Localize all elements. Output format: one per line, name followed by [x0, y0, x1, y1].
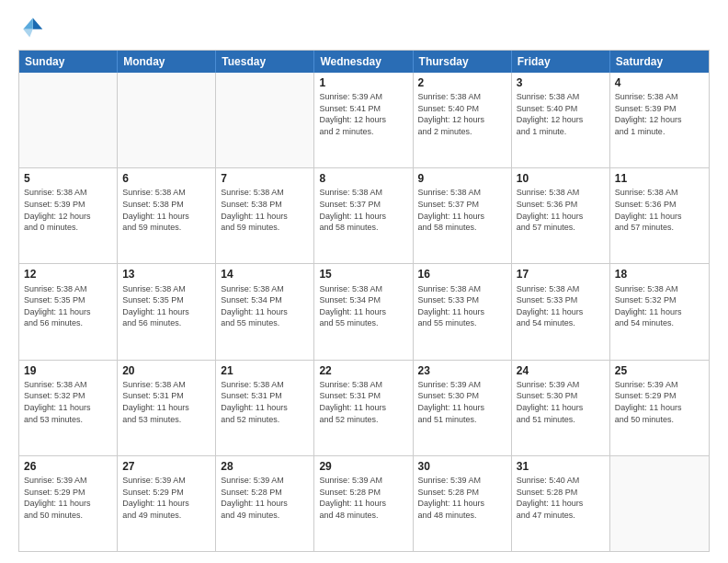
calendar-cell: 30Sunrise: 5:39 AMSunset: 5:28 PMDayligh…: [414, 456, 512, 551]
calendar-cell: 6Sunrise: 5:38 AMSunset: 5:38 PMDaylight…: [118, 168, 216, 263]
day-info: Sunrise: 5:38 AMSunset: 5:31 PMDaylight:…: [122, 379, 210, 425]
calendar-cell: 20Sunrise: 5:38 AMSunset: 5:31 PMDayligh…: [118, 361, 216, 455]
day-info: Sunrise: 5:39 AMSunset: 5:28 PMDaylight:…: [221, 475, 309, 521]
day-info: Sunrise: 5:38 AMSunset: 5:35 PMDaylight:…: [24, 283, 112, 329]
calendar-cell: 28Sunrise: 5:39 AMSunset: 5:28 PMDayligh…: [216, 456, 314, 551]
day-number: 4: [615, 75, 704, 90]
calendar: SundayMondayTuesdayWednesdayThursdayFrid…: [18, 50, 710, 552]
day-info: Sunrise: 5:38 AMSunset: 5:35 PMDaylight:…: [122, 283, 210, 329]
weekday-header: Thursday: [414, 51, 512, 73]
calendar-cell: 27Sunrise: 5:39 AMSunset: 5:29 PMDayligh…: [118, 456, 216, 551]
day-info: Sunrise: 5:39 AMSunset: 5:41 PMDaylight:…: [319, 91, 407, 137]
day-number: 30: [418, 459, 506, 474]
calendar-cell: 3Sunrise: 5:38 AMSunset: 5:40 PMDaylight…: [512, 73, 610, 167]
day-info: Sunrise: 5:39 AMSunset: 5:30 PMDaylight:…: [517, 379, 605, 425]
calendar-cell: 13Sunrise: 5:38 AMSunset: 5:35 PMDayligh…: [118, 264, 216, 359]
day-info: Sunrise: 5:38 AMSunset: 5:36 PMDaylight:…: [615, 187, 704, 233]
day-number: 15: [319, 267, 407, 282]
calendar-cell: 16Sunrise: 5:38 AMSunset: 5:33 PMDayligh…: [414, 264, 512, 359]
day-number: 22: [319, 363, 407, 378]
calendar-row: 12Sunrise: 5:38 AMSunset: 5:35 PMDayligh…: [19, 263, 709, 359]
calendar-cell: 9Sunrise: 5:38 AMSunset: 5:37 PMDaylight…: [414, 168, 512, 263]
calendar-header: SundayMondayTuesdayWednesdayThursdayFrid…: [19, 51, 709, 73]
day-info: Sunrise: 5:38 AMSunset: 5:33 PMDaylight:…: [517, 283, 605, 329]
day-number: 16: [418, 267, 506, 282]
day-number: 19: [24, 363, 112, 378]
weekday-header: Monday: [118, 51, 216, 73]
day-info: Sunrise: 5:39 AMSunset: 5:30 PMDaylight:…: [418, 379, 506, 425]
day-info: Sunrise: 5:38 AMSunset: 5:31 PMDaylight:…: [221, 379, 309, 425]
svg-marker-0: [33, 18, 43, 29]
calendar-cell: 24Sunrise: 5:39 AMSunset: 5:30 PMDayligh…: [512, 361, 610, 455]
day-number: 10: [517, 171, 605, 186]
day-info: Sunrise: 5:38 AMSunset: 5:40 PMDaylight:…: [517, 91, 605, 137]
day-info: Sunrise: 5:38 AMSunset: 5:38 PMDaylight:…: [221, 187, 309, 233]
day-number: 12: [24, 267, 112, 282]
logo: [18, 15, 48, 40]
weekday-header: Saturday: [610, 51, 709, 73]
calendar-cell: 26Sunrise: 5:39 AMSunset: 5:29 PMDayligh…: [19, 456, 118, 551]
day-number: 20: [122, 363, 210, 378]
day-number: 18: [615, 267, 704, 282]
weekday-header: Friday: [512, 51, 610, 73]
calendar-cell: 10Sunrise: 5:38 AMSunset: 5:36 PMDayligh…: [512, 168, 610, 263]
calendar-cell: 1Sunrise: 5:39 AMSunset: 5:41 PMDaylight…: [314, 73, 413, 167]
calendar-row: 26Sunrise: 5:39 AMSunset: 5:29 PMDayligh…: [19, 455, 709, 551]
calendar-cell: 19Sunrise: 5:38 AMSunset: 5:32 PMDayligh…: [19, 361, 118, 455]
day-info: Sunrise: 5:39 AMSunset: 5:28 PMDaylight:…: [319, 475, 407, 521]
day-number: 9: [418, 171, 506, 186]
day-info: Sunrise: 5:38 AMSunset: 5:36 PMDaylight:…: [517, 187, 605, 233]
day-info: Sunrise: 5:39 AMSunset: 5:29 PMDaylight:…: [24, 475, 112, 521]
day-info: Sunrise: 5:38 AMSunset: 5:40 PMDaylight:…: [418, 91, 506, 137]
calendar-body: 1Sunrise: 5:39 AMSunset: 5:41 PMDaylight…: [19, 73, 709, 551]
day-number: 25: [615, 363, 704, 378]
calendar-cell: 11Sunrise: 5:38 AMSunset: 5:36 PMDayligh…: [610, 168, 709, 263]
calendar-cell: 29Sunrise: 5:39 AMSunset: 5:28 PMDayligh…: [314, 456, 413, 551]
calendar-row: 19Sunrise: 5:38 AMSunset: 5:32 PMDayligh…: [19, 360, 709, 455]
day-number: 17: [517, 267, 605, 282]
calendar-cell: 12Sunrise: 5:38 AMSunset: 5:35 PMDayligh…: [19, 264, 118, 359]
calendar-row: 1Sunrise: 5:39 AMSunset: 5:41 PMDaylight…: [19, 73, 709, 167]
calendar-cell: [118, 73, 216, 167]
day-info: Sunrise: 5:38 AMSunset: 5:32 PMDaylight:…: [615, 283, 704, 329]
weekday-header: Sunday: [19, 51, 118, 73]
day-info: Sunrise: 5:40 AMSunset: 5:28 PMDaylight:…: [517, 475, 605, 521]
calendar-cell: 2Sunrise: 5:38 AMSunset: 5:40 PMDaylight…: [414, 73, 512, 167]
calendar-cell: [19, 73, 118, 167]
day-number: 13: [122, 267, 210, 282]
day-number: 23: [418, 363, 506, 378]
calendar-cell: 8Sunrise: 5:38 AMSunset: 5:37 PMDaylight…: [314, 168, 413, 263]
calendar-cell: 25Sunrise: 5:39 AMSunset: 5:29 PMDayligh…: [610, 361, 709, 455]
header: [18, 15, 710, 40]
calendar-cell: 18Sunrise: 5:38 AMSunset: 5:32 PMDayligh…: [610, 264, 709, 359]
page: SundayMondayTuesdayWednesdayThursdayFrid…: [0, 0, 728, 563]
day-info: Sunrise: 5:38 AMSunset: 5:32 PMDaylight:…: [24, 379, 112, 425]
day-number: 28: [221, 459, 309, 474]
weekday-header: Tuesday: [216, 51, 314, 73]
calendar-cell: 5Sunrise: 5:38 AMSunset: 5:39 PMDaylight…: [19, 168, 118, 263]
day-number: 8: [319, 171, 407, 186]
day-info: Sunrise: 5:38 AMSunset: 5:38 PMDaylight:…: [122, 187, 210, 233]
calendar-cell: [610, 456, 709, 551]
calendar-cell: 15Sunrise: 5:38 AMSunset: 5:34 PMDayligh…: [314, 264, 413, 359]
day-info: Sunrise: 5:38 AMSunset: 5:39 PMDaylight:…: [615, 91, 704, 137]
day-number: 26: [24, 459, 112, 474]
day-info: Sunrise: 5:39 AMSunset: 5:29 PMDaylight:…: [615, 379, 704, 425]
day-number: 24: [517, 363, 605, 378]
day-number: 31: [517, 459, 605, 474]
day-info: Sunrise: 5:38 AMSunset: 5:31 PMDaylight:…: [319, 379, 407, 425]
calendar-cell: 22Sunrise: 5:38 AMSunset: 5:31 PMDayligh…: [314, 361, 413, 455]
day-number: 7: [221, 171, 309, 186]
day-number: 2: [418, 75, 506, 90]
calendar-cell: 23Sunrise: 5:39 AMSunset: 5:30 PMDayligh…: [414, 361, 512, 455]
day-info: Sunrise: 5:38 AMSunset: 5:39 PMDaylight:…: [24, 187, 112, 233]
day-number: 6: [122, 171, 210, 186]
day-number: 11: [615, 171, 704, 186]
day-info: Sunrise: 5:38 AMSunset: 5:34 PMDaylight:…: [319, 283, 407, 329]
day-number: 21: [221, 363, 309, 378]
calendar-cell: 17Sunrise: 5:38 AMSunset: 5:33 PMDayligh…: [512, 264, 610, 359]
calendar-cell: 14Sunrise: 5:38 AMSunset: 5:34 PMDayligh…: [216, 264, 314, 359]
day-number: 3: [517, 75, 605, 90]
day-info: Sunrise: 5:38 AMSunset: 5:33 PMDaylight:…: [418, 283, 506, 329]
day-number: 29: [319, 459, 407, 474]
